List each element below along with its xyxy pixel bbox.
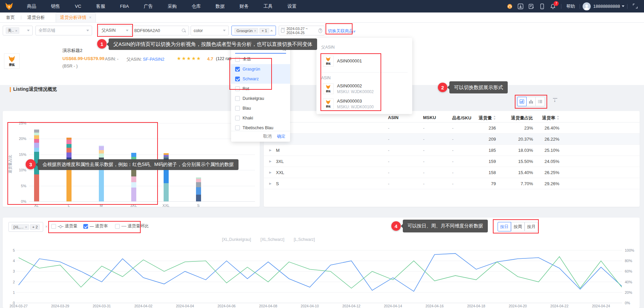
nav-item-客服[interactable]: 客服 <box>89 0 113 12</box>
col-退货量[interactable]: 退货量 <box>479 115 496 121</box>
tag-close-icon[interactable]: × <box>254 29 256 33</box>
help-link[interactable]: 帮助 <box>566 3 575 9</box>
nav-item-仓库[interactable]: 仓库 <box>184 0 208 12</box>
related-asin-item[interactable]: 赛狐ASIN000002 MSKU: WJDK00002 <box>323 83 374 94</box>
product-image[interactable]: 赛狐 <box>4 53 20 69</box>
notification-bell-icon[interactable]: 7 <box>550 3 556 9</box>
related-parent-item[interactable]: 赛狐ASIN000001 <box>323 56 362 66</box>
nav-item-广告[interactable]: 广告 <box>136 0 160 12</box>
marketplace-select[interactable]: 美..× <box>3 26 33 35</box>
download-center-icon[interactable] <box>517 3 524 9</box>
color-option-Schwarz[interactable]: Schwarz <box>231 74 290 84</box>
user-avatar[interactable] <box>583 2 591 10</box>
feedback-icon[interactable] <box>528 3 534 9</box>
table-row-M[interactable]: ▶M---18518.03%25.10% <box>264 145 640 156</box>
customer-service-icon[interactable] <box>507 3 513 9</box>
fullscreen-icon[interactable] <box>633 3 639 9</box>
nav-item-FBA[interactable]: FBA <box>113 0 136 12</box>
app-logo-fox-icon[interactable] <box>5 2 13 11</box>
nav-item-采购[interactable]: 采购 <box>160 0 184 12</box>
color-option-Dunkelgrau[interactable]: Dunkelgrau <box>231 93 290 103</box>
attribute-values-multiselect[interactable]: Grasgrün× + 1 <box>231 26 276 35</box>
nav-item-设置[interactable]: 设置 <box>280 0 304 12</box>
tab-home[interactable]: 首页 <box>0 12 21 22</box>
nav-item-VC[interactable]: VC <box>67 0 89 12</box>
color-option-Blau[interactable]: Blau <box>231 103 290 113</box>
product-thumbnail: 赛狐 <box>323 56 334 66</box>
color-option-Rot[interactable]: Rot <box>231 84 290 93</box>
search-icon[interactable] <box>182 29 186 33</box>
product-title[interactable]: 演示标题2 <box>62 48 82 54</box>
nav-item-数据[interactable]: 数据 <box>208 0 232 12</box>
bar-M[interactable] <box>99 145 104 201</box>
checkbox[interactable] <box>235 57 240 62</box>
line-xtick: 2024-04-08 <box>259 304 277 308</box>
color-option-Tibetisches Blau[interactable]: Tibetisches Blau <box>231 123 290 131</box>
bar-ytick: 10% <box>12 168 26 172</box>
checkbox[interactable] <box>235 106 240 111</box>
sort-icon[interactable] <box>557 116 559 120</box>
bar-S[interactable] <box>196 177 201 201</box>
tag-close-icon[interactable]: × <box>15 29 17 33</box>
user-menu-caret-icon[interactable] <box>622 5 624 7</box>
parent-asin-link[interactable]: SF-PASIN2 <box>143 57 165 62</box>
date-range-picker[interactable]: 2024-03-27 ~ 2024-04-25 ? <box>279 26 325 35</box>
checkbox[interactable] <box>235 77 240 81</box>
row-expand-icon[interactable]: ▶ <box>269 160 272 163</box>
bar-xtick: L <box>68 203 70 207</box>
view-by-select[interactable]: 父ASIN <box>99 26 132 35</box>
bar-segment <box>164 183 169 201</box>
row-expand-icon[interactable]: ▶ <box>269 182 272 185</box>
checkbox[interactable] <box>235 86 240 91</box>
granularity-按日[interactable]: 按日 <box>498 222 511 231</box>
checkbox[interactable] <box>235 96 240 101</box>
left-ytick: 4 <box>11 259 15 263</box>
checkbox[interactable] <box>235 67 240 72</box>
view-toggle-list[interactable] <box>535 97 545 106</box>
cancel-button[interactable]: 取消 <box>263 134 272 139</box>
color-option-Khaki[interactable]: Khaki <box>231 113 290 123</box>
table-row-XL[interactable]: ▶XL---23623%26.40% <box>264 122 640 134</box>
gridline <box>29 139 255 139</box>
color-option-全选[interactable]: 全选 <box>231 54 290 64</box>
col-退货率[interactable]: 退货率 <box>542 115 559 121</box>
date-range-value: 2024-03-27 ~ 2024-04-25 <box>286 27 316 35</box>
bar-ytick: 5% <box>12 184 26 188</box>
table-row-S[interactable]: ▶S---797.70%29.26% <box>264 178 640 189</box>
cell: - <box>452 159 453 164</box>
table-row-L[interactable]: ▶L---20920.37%26.22% <box>264 134 640 145</box>
line-xtick: 2024-04-18 <box>467 304 485 308</box>
user-phone-number[interactable]: 18888888888 <box>593 4 620 9</box>
attr-tag-more[interactable]: + 1 <box>259 28 269 33</box>
row-expand-icon[interactable]: ▶ <box>269 148 272 152</box>
chevron-down-icon <box>126 30 129 31</box>
nav-item-财务[interactable]: 财务 <box>232 0 256 12</box>
store-select[interactable]: 全部店铺 <box>35 26 92 35</box>
right-ytick: 0% <box>625 301 630 305</box>
table-row-XXL[interactable]: ▶XXL---15815.40%26.25% <box>264 167 640 178</box>
view-toggle-combo-chart[interactable] <box>517 97 527 106</box>
view-toggle-bar-chart[interactable] <box>526 97 536 106</box>
bar-xtick: M <box>100 203 103 207</box>
related-asin-item[interactable]: 赛狐ASIN000003 MSKU: WJDK00100 <box>323 99 374 109</box>
checkbox[interactable] <box>235 125 240 130</box>
asin-search-input[interactable]: BDF606A2A0 <box>131 26 189 35</box>
nav-item-销售[interactable]: 销售 <box>44 0 67 12</box>
switch-related-products-link[interactable]: 切换关联商品∨ <box>328 28 356 34</box>
row-expand-icon[interactable]: ▶ <box>269 171 272 174</box>
help-circle-icon[interactable]: ? <box>318 28 322 33</box>
color-option-Grasgrün[interactable]: Grasgrün <box>231 64 290 74</box>
left-ytick: 5 <box>11 248 15 252</box>
attribute-select[interactable]: color <box>191 26 229 35</box>
confirm-button[interactable]: 确定 <box>277 134 285 139</box>
table-row-3XL[interactable]: ▶3XL---15915.50%24.05% <box>264 156 640 167</box>
tab-return-analysis[interactable]: 退货分析 <box>21 12 51 22</box>
tab-close-icon[interactable]: × <box>89 15 91 20</box>
checkbox[interactable] <box>235 116 240 120</box>
sort-icon[interactable] <box>493 116 496 120</box>
cell: - <box>452 137 453 142</box>
tab-return-analysis-detail[interactable]: 退货分析详情 × <box>56 12 96 22</box>
mobile-app-icon[interactable] <box>539 3 545 9</box>
nav-item-工具[interactable]: 工具 <box>256 0 280 12</box>
nav-item-商品[interactable]: 商品 <box>20 0 44 12</box>
